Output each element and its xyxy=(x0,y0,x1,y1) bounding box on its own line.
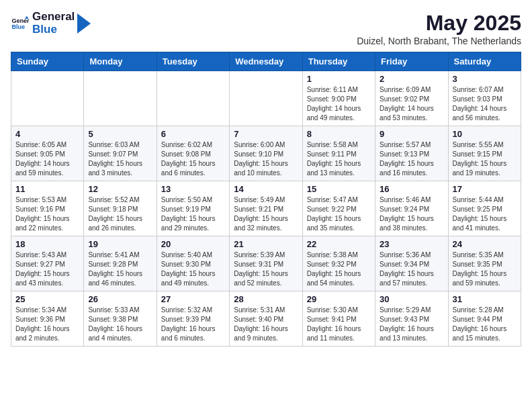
calendar-cell: 18Sunrise: 5:43 AM Sunset: 9:27 PM Dayli… xyxy=(11,236,84,291)
calendar-cell: 6Sunrise: 6:02 AM Sunset: 9:08 PM Daylig… xyxy=(157,126,229,181)
calendar-cell: 26Sunrise: 5:33 AM Sunset: 9:38 PM Dayli… xyxy=(84,291,157,347)
day-number: 1 xyxy=(307,74,371,84)
day-info: Sunrise: 6:00 AM Sunset: 9:10 PM Dayligh… xyxy=(234,140,298,178)
calendar-cell xyxy=(84,71,157,126)
day-info: Sunrise: 5:55 AM Sunset: 9:15 PM Dayligh… xyxy=(453,140,517,178)
day-info: Sunrise: 5:38 AM Sunset: 9:32 PM Dayligh… xyxy=(307,250,371,288)
day-number: 31 xyxy=(453,294,517,304)
calendar-cell: 28Sunrise: 5:31 AM Sunset: 9:40 PM Dayli… xyxy=(230,291,302,347)
day-number: 21 xyxy=(234,239,298,249)
calendar-cell: 19Sunrise: 5:41 AM Sunset: 9:28 PM Dayli… xyxy=(84,236,157,291)
day-number: 12 xyxy=(88,184,152,194)
day-info: Sunrise: 6:07 AM Sunset: 9:03 PM Dayligh… xyxy=(453,85,517,123)
day-info: Sunrise: 5:46 AM Sunset: 9:24 PM Dayligh… xyxy=(380,195,443,233)
weekday-header-wednesday: Wednesday xyxy=(230,52,302,71)
calendar-cell xyxy=(157,71,229,126)
day-info: Sunrise: 5:57 AM Sunset: 9:13 PM Dayligh… xyxy=(380,140,443,178)
logo-arrow-icon xyxy=(77,13,91,34)
page-header: General Blue General Blue May 2025 Duize… xyxy=(11,11,521,46)
calendar-cell: 23Sunrise: 5:36 AM Sunset: 9:34 PM Dayli… xyxy=(375,236,448,291)
day-number: 23 xyxy=(380,239,443,249)
calendar-header-row: SundayMondayTuesdayWednesdayThursdayFrid… xyxy=(11,52,521,71)
calendar-week-row: 1Sunrise: 6:11 AM Sunset: 9:00 PM Daylig… xyxy=(11,71,521,126)
day-info: Sunrise: 5:50 AM Sunset: 9:19 PM Dayligh… xyxy=(161,195,225,233)
calendar-cell: 8Sunrise: 5:58 AM Sunset: 9:11 PM Daylig… xyxy=(302,126,375,181)
calendar-cell: 4Sunrise: 6:05 AM Sunset: 9:05 PM Daylig… xyxy=(11,126,84,181)
calendar-cell: 5Sunrise: 6:03 AM Sunset: 9:07 PM Daylig… xyxy=(84,126,157,181)
day-info: Sunrise: 5:28 AM Sunset: 9:44 PM Dayligh… xyxy=(453,306,517,343)
day-info: Sunrise: 6:02 AM Sunset: 9:08 PM Dayligh… xyxy=(161,140,225,178)
day-info: Sunrise: 5:33 AM Sunset: 9:38 PM Dayligh… xyxy=(88,306,152,343)
day-number: 9 xyxy=(380,129,443,139)
calendar-cell xyxy=(11,71,84,126)
day-number: 20 xyxy=(161,239,225,249)
calendar-cell: 24Sunrise: 5:35 AM Sunset: 9:35 PM Dayli… xyxy=(448,236,521,291)
weekday-header-sunday: Sunday xyxy=(11,52,84,71)
day-number: 8 xyxy=(307,129,371,139)
weekday-header-thursday: Thursday xyxy=(302,52,375,71)
day-number: 11 xyxy=(15,184,79,194)
day-info: Sunrise: 6:03 AM Sunset: 9:07 PM Dayligh… xyxy=(88,140,152,178)
logo: General Blue General Blue xyxy=(11,11,91,36)
calendar-week-row: 25Sunrise: 5:34 AM Sunset: 9:36 PM Dayli… xyxy=(11,291,521,347)
day-info: Sunrise: 5:32 AM Sunset: 9:39 PM Dayligh… xyxy=(161,306,225,343)
svg-marker-3 xyxy=(77,13,91,34)
calendar-cell: 25Sunrise: 5:34 AM Sunset: 9:36 PM Dayli… xyxy=(11,291,84,347)
calendar-week-row: 18Sunrise: 5:43 AM Sunset: 9:27 PM Dayli… xyxy=(11,236,521,291)
day-number: 3 xyxy=(453,74,517,84)
day-info: Sunrise: 5:43 AM Sunset: 9:27 PM Dayligh… xyxy=(15,250,79,288)
day-info: Sunrise: 5:47 AM Sunset: 9:22 PM Dayligh… xyxy=(307,195,371,233)
day-info: Sunrise: 5:41 AM Sunset: 9:28 PM Dayligh… xyxy=(88,250,152,288)
day-info: Sunrise: 5:44 AM Sunset: 9:25 PM Dayligh… xyxy=(453,195,517,233)
calendar-cell: 27Sunrise: 5:32 AM Sunset: 9:39 PM Dayli… xyxy=(157,291,229,347)
day-number: 29 xyxy=(307,294,371,304)
calendar-cell: 31Sunrise: 5:28 AM Sunset: 9:44 PM Dayli… xyxy=(448,291,521,347)
calendar-cell: 7Sunrise: 6:00 AM Sunset: 9:10 PM Daylig… xyxy=(230,126,302,181)
calendar-cell: 15Sunrise: 5:47 AM Sunset: 9:22 PM Dayli… xyxy=(302,181,375,236)
calendar-week-row: 11Sunrise: 5:53 AM Sunset: 9:16 PM Dayli… xyxy=(11,181,521,236)
weekday-header-saturday: Saturday xyxy=(448,52,521,71)
day-number: 19 xyxy=(88,239,152,249)
day-number: 6 xyxy=(161,129,225,139)
day-number: 17 xyxy=(453,184,517,194)
calendar-cell: 17Sunrise: 5:44 AM Sunset: 9:25 PM Dayli… xyxy=(448,181,521,236)
calendar-table: SundayMondayTuesdayWednesdayThursdayFrid… xyxy=(11,52,521,347)
calendar-week-row: 4Sunrise: 6:05 AM Sunset: 9:05 PM Daylig… xyxy=(11,126,521,181)
calendar-cell: 11Sunrise: 5:53 AM Sunset: 9:16 PM Dayli… xyxy=(11,181,84,236)
day-number: 22 xyxy=(307,239,371,249)
day-info: Sunrise: 5:52 AM Sunset: 9:18 PM Dayligh… xyxy=(88,195,152,233)
calendar-cell: 3Sunrise: 6:07 AM Sunset: 9:03 PM Daylig… xyxy=(448,71,521,126)
day-number: 14 xyxy=(234,184,298,194)
logo-icon: General Blue xyxy=(11,14,30,33)
day-info: Sunrise: 5:31 AM Sunset: 9:40 PM Dayligh… xyxy=(234,306,298,343)
calendar-cell xyxy=(230,71,302,126)
day-info: Sunrise: 5:49 AM Sunset: 9:21 PM Dayligh… xyxy=(234,195,298,233)
day-number: 5 xyxy=(88,129,152,139)
logo-blue-text: Blue xyxy=(32,24,75,36)
day-info: Sunrise: 5:40 AM Sunset: 9:30 PM Dayligh… xyxy=(161,250,225,288)
day-number: 4 xyxy=(15,129,79,139)
calendar-cell: 14Sunrise: 5:49 AM Sunset: 9:21 PM Dayli… xyxy=(230,181,302,236)
day-info: Sunrise: 5:29 AM Sunset: 9:43 PM Dayligh… xyxy=(380,306,443,343)
day-number: 15 xyxy=(307,184,371,194)
title-area: May 2025 Duizel, North Brabant, The Neth… xyxy=(357,11,521,46)
location-subtitle: Duizel, North Brabant, The Netherlands xyxy=(357,36,521,46)
day-number: 27 xyxy=(161,294,225,304)
calendar-cell: 20Sunrise: 5:40 AM Sunset: 9:30 PM Dayli… xyxy=(157,236,229,291)
day-number: 7 xyxy=(234,129,298,139)
calendar-cell: 10Sunrise: 5:55 AM Sunset: 9:15 PM Dayli… xyxy=(448,126,521,181)
day-info: Sunrise: 5:35 AM Sunset: 9:35 PM Dayligh… xyxy=(453,250,517,288)
calendar-cell: 13Sunrise: 5:50 AM Sunset: 9:19 PM Dayli… xyxy=(157,181,229,236)
day-number: 2 xyxy=(380,74,443,84)
day-info: Sunrise: 5:58 AM Sunset: 9:11 PM Dayligh… xyxy=(307,140,371,178)
calendar-cell: 9Sunrise: 5:57 AM Sunset: 9:13 PM Daylig… xyxy=(375,126,448,181)
weekday-header-tuesday: Tuesday xyxy=(157,52,229,71)
calendar-cell: 2Sunrise: 6:09 AM Sunset: 9:02 PM Daylig… xyxy=(375,71,448,126)
day-number: 16 xyxy=(380,184,443,194)
day-number: 28 xyxy=(234,294,298,304)
calendar-cell: 21Sunrise: 5:39 AM Sunset: 9:31 PM Dayli… xyxy=(230,236,302,291)
day-info: Sunrise: 6:11 AM Sunset: 9:00 PM Dayligh… xyxy=(307,85,371,123)
calendar-cell: 16Sunrise: 5:46 AM Sunset: 9:24 PM Dayli… xyxy=(375,181,448,236)
calendar-cell: 1Sunrise: 6:11 AM Sunset: 9:00 PM Daylig… xyxy=(302,71,375,126)
month-title: May 2025 xyxy=(357,11,521,36)
